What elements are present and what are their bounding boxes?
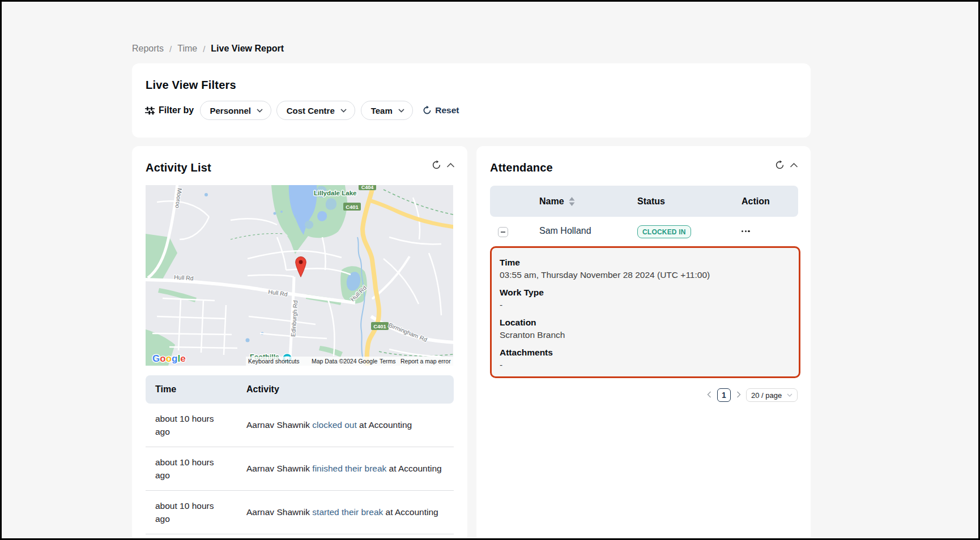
chevron-down-icon: [398, 109, 404, 113]
activity-title: Activity List: [146, 161, 211, 174]
detail-label: Attachments: [500, 346, 791, 359]
sort-icon[interactable]: [569, 197, 575, 206]
activity-suffix: at Accounting: [386, 507, 438, 517]
road-shield-c404: C404: [359, 185, 376, 190]
detail-value: -: [500, 359, 791, 371]
chevron-down-icon: [257, 109, 263, 113]
google-logo: Google: [152, 353, 186, 364]
attendance-title: Attendance: [490, 161, 553, 174]
detail-field-worktype: Work Type -: [500, 286, 791, 311]
activity-actor: Aarnav Shawnik: [246, 420, 310, 430]
detail-field-location: Location Scranton Branch: [500, 316, 791, 341]
detail-label: Location: [500, 316, 791, 329]
svg-text:C401: C401: [373, 323, 386, 329]
col-header-time: Time: [146, 384, 246, 395]
collapse-icon[interactable]: [446, 162, 455, 168]
pagination: 1 20 / page: [706, 388, 798, 402]
activity-time: about 10 hours ago: [146, 499, 246, 525]
filters-title: Live View Filters: [146, 79, 236, 92]
detail-field-attachments: Attachments -: [500, 346, 791, 371]
map-label-lake: Lillydale Lake: [314, 190, 356, 196]
svg-text:C401: C401: [346, 204, 359, 210]
map-keyboard-shortcuts[interactable]: Keyboard shortcuts: [248, 358, 299, 365]
reset-label: Reset: [435, 105, 459, 115]
col-header-activity: Activity: [246, 384, 454, 395]
breadcrumb-separator-2: /: [203, 44, 205, 54]
breadcrumb: Reports / Time / Live View Report: [132, 44, 284, 54]
col-header-action: Action: [742, 196, 770, 207]
team-dropdown[interactable]: Team: [361, 101, 413, 120]
activity-actor: Aarnav Shawnik: [246, 507, 310, 517]
activity-action-link[interactable]: finished their break: [312, 464, 386, 473]
reset-icon: [423, 106, 432, 115]
map[interactable]: C404 C401 C401 Hull Rd Hull Rd Hull Rd E…: [146, 185, 453, 366]
map-terms-link[interactable]: Terms: [380, 358, 396, 365]
map-report-error-link[interactable]: Report a map error: [400, 358, 451, 365]
attendance-detail-panel: Time 03:55 am, Thursday November 28 2024…: [490, 246, 800, 378]
map-label-hull-1: Hull Rd: [174, 273, 194, 281]
collapse-icon[interactable]: [790, 162, 798, 168]
personnel-dropdown-label: Personnel: [210, 106, 251, 115]
page-size-select[interactable]: 20 / page: [746, 388, 798, 402]
breadcrumb-current: Live View Report: [211, 44, 284, 54]
attendance-table-header: Name Status Action: [490, 186, 798, 217]
activity-suffix: at Accounting: [389, 464, 442, 473]
personnel-dropdown[interactable]: Personnel: [200, 101, 271, 120]
svg-text:C404: C404: [361, 185, 374, 190]
activity-row-3: about 10 hours ago Aarnav Shawnik starte…: [146, 491, 454, 534]
detail-label: Time: [500, 256, 791, 269]
current-page[interactable]: 1: [717, 388, 731, 402]
activity-text: Aarnav Shawnik started their break at Ac…: [246, 507, 454, 517]
detail-value: -: [500, 299, 791, 311]
activity-action-link[interactable]: clocked out: [312, 420, 356, 430]
filter-by-label: Filter by: [159, 105, 194, 115]
filters-card: Live View Filters Filter by Personnel Co…: [132, 63, 811, 138]
refresh-icon[interactable]: [432, 160, 441, 170]
activity-action-link[interactable]: started their break: [312, 507, 383, 517]
team-dropdown-label: Team: [370, 106, 393, 115]
col-header-name[interactable]: Name: [539, 196, 575, 207]
detail-value: 03:55 am, Thursday November 28 2024 (UTC…: [500, 269, 791, 281]
attendance-row: Sam Holland CLOCKED IN: [490, 217, 798, 246]
road-shield-c401-bottom: C401: [371, 322, 389, 330]
sliders-icon: [145, 106, 155, 115]
prev-page-button[interactable]: [706, 391, 712, 400]
breadcrumb-time[interactable]: Time: [177, 44, 197, 54]
road-shield-c401-top: C401: [343, 203, 361, 211]
activity-actor: Aarnav Shawnik: [246, 464, 310, 473]
activity-table: Time Activity about 10 hours ago Aarnav …: [146, 375, 454, 534]
activity-row-1: about 10 hours ago Aarnav Shawnik clocke…: [146, 404, 454, 447]
chevron-down-icon: [787, 393, 792, 397]
activity-table-header: Time Activity: [146, 375, 454, 404]
detail-field-time: Time 03:55 am, Thursday November 28 2024…: [500, 256, 791, 281]
activity-text: Aarnav Shawnik finished their break at A…: [246, 464, 454, 474]
detail-label: Work Type: [500, 286, 791, 299]
breadcrumb-separator-1: /: [169, 44, 172, 54]
breadcrumb-reports[interactable]: Reports: [132, 44, 164, 54]
filter-by: Filter by: [145, 105, 194, 115]
activity-time: about 10 hours ago: [146, 412, 246, 438]
activity-text: Aarnav Shawnik clocked out at Accounting: [246, 420, 454, 430]
row-actions-menu[interactable]: [742, 230, 750, 232]
chevron-down-icon: [340, 109, 347, 113]
status-badge: CLOCKED IN: [637, 225, 691, 238]
cost-centre-dropdown[interactable]: Cost Centre: [276, 101, 355, 120]
activity-suffix: at Accounting: [359, 420, 412, 430]
attendance-name-link[interactable]: Sam Holland: [539, 226, 591, 236]
refresh-icon[interactable]: [775, 160, 785, 170]
next-page-button[interactable]: [736, 391, 742, 400]
map-data-attribution: Map Data ©2024 Google: [312, 358, 377, 365]
col-header-status: Status: [637, 196, 665, 207]
col-header-name-label: Name: [539, 196, 564, 207]
activity-time: about 10 hours ago: [146, 456, 246, 482]
page-size-value: 20 / page: [751, 391, 787, 400]
filter-row: Filter by Personnel Cost Centre Team Res…: [145, 101, 459, 120]
row-collapse-button[interactable]: [498, 227, 508, 237]
attendance-card: Attendance Name Status Action Sam Hollan…: [476, 146, 811, 540]
cost-centre-dropdown-label: Cost Centre: [286, 106, 335, 115]
activity-row-2: about 10 hours ago Aarnav Shawnik finish…: [146, 447, 454, 491]
reset-button[interactable]: Reset: [423, 105, 459, 115]
detail-value: Scranton Branch: [500, 329, 791, 341]
activity-card: Activity List: [132, 146, 467, 540]
